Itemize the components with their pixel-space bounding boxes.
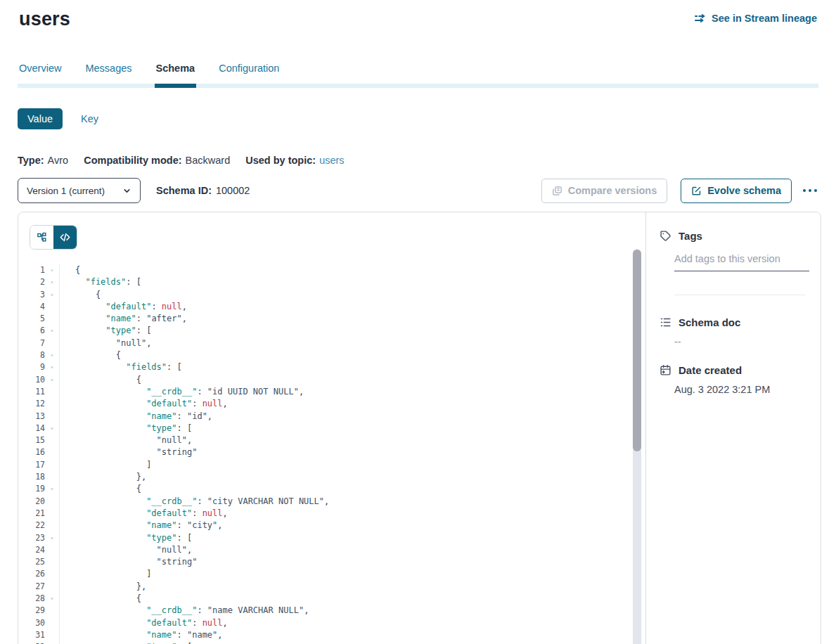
tree-view-button[interactable] <box>30 226 53 249</box>
evolve-schema-label: Evolve schema <box>707 185 781 196</box>
tabs-underline <box>18 84 818 88</box>
line-number: 4 <box>18 301 45 313</box>
fold-caret-icon[interactable]: ▾ <box>45 374 59 386</box>
fold-caret-icon[interactable]: ▾ <box>45 532 59 544</box>
code-view-button[interactable] <box>53 226 77 249</box>
fold-spacer <box>45 411 59 423</box>
code-line: 22"name": "city", <box>18 520 645 532</box>
version-dropdown[interactable]: Version 1 (current) <box>18 178 141 203</box>
code-text: { <box>59 349 645 361</box>
stream-lineage-link[interactable]: See in Stream lineage <box>693 13 817 24</box>
fold-spacer <box>45 581 59 593</box>
line-number: 27 <box>18 581 45 593</box>
line-number: 16 <box>18 446 45 458</box>
line-number: 11 <box>18 386 45 398</box>
fold-spacer <box>45 508 59 520</box>
line-number: 15 <box>18 434 45 446</box>
schema-id-label: Schema ID: <box>156 185 212 196</box>
schema-type-value: Avro <box>48 155 69 166</box>
compare-versions-label: Compare versions <box>568 185 657 196</box>
code-text: "default": null, <box>59 617 645 629</box>
code-text: "__crdb__": "city VARCHAR NOT NULL", <box>59 496 645 508</box>
version-dropdown-value: Version 1 (current) <box>27 186 105 196</box>
line-number: 31 <box>18 629 45 641</box>
fold-spacer <box>45 337 59 349</box>
sidebar-divider <box>674 295 805 295</box>
fold-spacer <box>45 520 59 532</box>
line-number: 2 <box>18 276 45 288</box>
code-line: 14▾"type": [ <box>18 423 645 434</box>
fold-caret-icon[interactable]: ▾ <box>45 289 59 301</box>
code-text: "name": "after", <box>59 313 645 325</box>
value-key-toggle: Value Key <box>18 108 818 129</box>
line-number: 5 <box>18 313 45 325</box>
key-toggle-button[interactable]: Key <box>81 113 98 124</box>
code-text: "fields": [ <box>59 276 645 288</box>
tag-icon <box>660 230 671 242</box>
add-tags-input[interactable] <box>674 251 809 271</box>
code-text: { <box>59 374 645 386</box>
code-line: 17] <box>18 459 645 471</box>
code-text: "default": null, <box>59 398 645 410</box>
code-text: "fields": [ <box>59 361 645 373</box>
schema-code-pane: 1▾{2▾"fields": [3▾{4"default": null,5"na… <box>18 212 646 644</box>
code-line: 29"__crdb__": "name VARCHAR NULL", <box>18 605 645 617</box>
fold-caret-icon[interactable]: ▾ <box>45 423 59 434</box>
fold-caret-icon[interactable]: ▾ <box>45 593 59 605</box>
fold-caret-icon[interactable]: ▾ <box>45 349 59 361</box>
schema-controls-row: Version 1 (current) Schema ID: 100002 Co… <box>18 178 818 203</box>
line-number: 1 <box>18 264 45 276</box>
topic-link[interactable]: users <box>319 155 344 166</box>
code-line: 21"default": null, <box>18 508 645 520</box>
more-options-button[interactable] <box>802 185 818 196</box>
fold-caret-icon[interactable]: ▾ <box>45 483 59 495</box>
line-number: 25 <box>18 556 45 568</box>
schema-id: Schema ID: 100002 <box>156 185 250 196</box>
compatibility-mode: Compatibility mode: Backward <box>84 155 230 166</box>
code-line: 3▾{ <box>18 289 645 301</box>
code-text: "type": [ <box>59 423 645 434</box>
code-text: "type": [ <box>59 641 645 644</box>
tags-section: Tags <box>660 230 806 271</box>
tab-schema[interactable]: Schema <box>155 63 197 88</box>
fold-spacer <box>45 313 59 325</box>
line-number: 18 <box>18 471 45 483</box>
code-line: 19▾{ <box>18 483 645 495</box>
fold-spacer <box>45 605 59 617</box>
code-text: "name": "name", <box>59 629 645 641</box>
date-created-header: Date created <box>660 364 806 376</box>
fold-spacer <box>45 496 59 508</box>
fold-caret-icon[interactable]: ▾ <box>45 276 59 288</box>
stream-lineage-icon <box>693 13 706 24</box>
code-line: 15"null", <box>18 434 645 446</box>
code-line: 16"string" <box>18 446 645 458</box>
code-scrollbar-track[interactable] <box>633 249 641 644</box>
schema-doc-title: Schema doc <box>679 316 740 328</box>
code-line: 32▾"type": [ <box>18 641 645 644</box>
line-number: 32 <box>18 641 45 644</box>
fold-caret-icon[interactable]: ▾ <box>45 264 59 276</box>
versions-copy-icon <box>552 186 562 196</box>
fold-spacer <box>45 459 59 471</box>
fold-caret-icon[interactable]: ▾ <box>45 325 59 337</box>
value-toggle-button[interactable]: Value <box>18 108 63 129</box>
schema-meta-row: Type: Avro Compatibility mode: Backward … <box>18 155 818 166</box>
compatibility-mode-value: Backward <box>186 155 231 166</box>
code-line: 18}, <box>18 471 645 483</box>
line-number: 17 <box>18 459 45 471</box>
evolve-schema-button[interactable]: Evolve schema <box>681 179 792 203</box>
fold-caret-icon[interactable]: ▾ <box>45 641 59 644</box>
schema-view-toggle <box>30 225 77 250</box>
code-text: "__crdb__": "name VARCHAR NULL", <box>59 605 645 617</box>
code-text: { <box>59 483 645 495</box>
compare-versions-button[interactable]: Compare versions <box>541 179 668 203</box>
line-number: 21 <box>18 508 45 520</box>
line-number: 9 <box>18 361 45 373</box>
fold-caret-icon[interactable]: ▾ <box>45 361 59 373</box>
code-scrollbar-thumb[interactable] <box>633 250 641 451</box>
calendar-plus-icon <box>660 364 671 376</box>
code-text: "null", <box>59 544 645 556</box>
fold-spacer <box>45 386 59 398</box>
code-line: 9▾"fields": [ <box>18 361 645 373</box>
date-created-section: Date created Aug. 3 2022 3:21 PM <box>660 364 806 395</box>
